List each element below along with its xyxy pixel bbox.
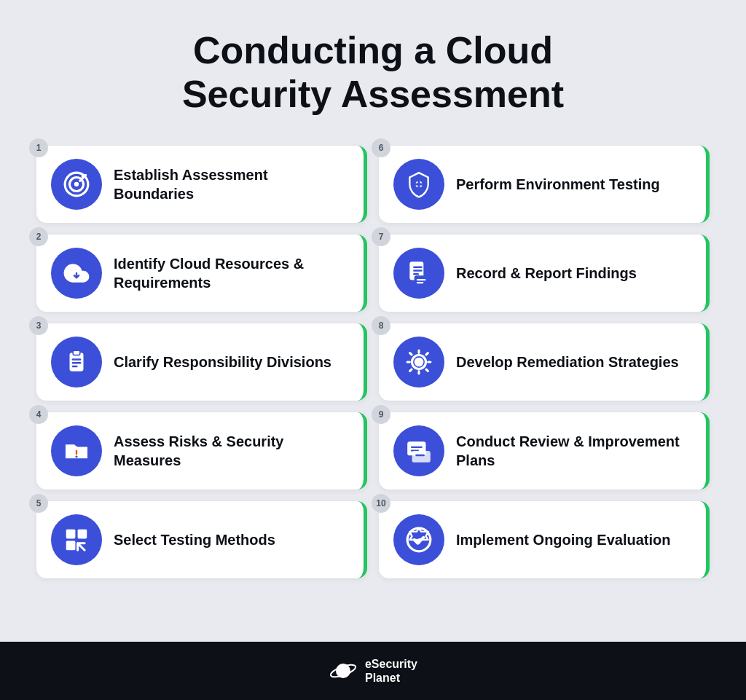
svg-rect-6	[413, 270, 423, 271]
page-title: Conducting a Cloud Security Assessment	[36, 29, 710, 117]
svg-point-18	[75, 455, 77, 457]
step-number-6: 6	[372, 138, 390, 157]
step-card-9: 9 Conduct Review & Improvement Plans	[379, 412, 710, 489]
step-number-5: 5	[29, 494, 48, 513]
step-card-7: 7 Record & Report Findings	[379, 235, 710, 312]
step-card-8: 8 Develop Remediation Strategies	[379, 323, 710, 401]
step-icon-grid-cursor	[51, 514, 102, 565]
step-text-7: Record & Report Findings	[456, 264, 637, 283]
step-number-9: 9	[372, 405, 390, 424]
step-text-8: Develop Remediation Strategies	[456, 353, 679, 371]
svg-point-19	[76, 454, 77, 455]
step-number-7: 7	[372, 227, 390, 246]
svg-rect-9	[417, 279, 426, 280]
step-text-3: Clarify Responsibility Divisions	[114, 353, 331, 371]
step-icon-shield	[393, 159, 444, 210]
step-text-2: Identify Cloud Resources & Requirements	[114, 254, 349, 292]
svg-rect-24	[415, 454, 425, 455]
step-number-10: 10	[372, 494, 390, 513]
svg-rect-23	[412, 451, 431, 463]
step-card-1: 1 Establish Assessment Boundaries	[36, 146, 367, 223]
step-text-9: Conduct Review & Improvement Plans	[456, 432, 691, 470]
step-number-3: 3	[29, 316, 48, 335]
step-icon-chat	[393, 425, 444, 476]
svg-rect-5	[413, 266, 423, 267]
steps-grid: 1 Establish Assessment Boundaries6 Perfo…	[36, 146, 710, 578]
step-number-1: 1	[29, 138, 48, 157]
svg-rect-15	[72, 365, 78, 366]
svg-rect-26	[78, 529, 87, 538]
svg-rect-13	[72, 358, 82, 360]
svg-rect-27	[66, 540, 76, 550]
step-icon-gear	[393, 337, 444, 388]
step-text-10: Implement Ongoing Evaluation	[456, 530, 670, 549]
svg-point-16	[415, 358, 423, 366]
step-icon-cloud	[51, 248, 102, 299]
svg-rect-14	[72, 362, 82, 363]
brand-logo: eSecurity Planet	[329, 656, 417, 685]
step-card-4: 4 Assess Risks & Security Measures	[36, 412, 367, 489]
svg-point-2	[74, 181, 79, 186]
brand-name: eSecurity Planet	[365, 657, 417, 685]
step-icon-folder-warning	[51, 425, 102, 476]
step-card-6: 6 Perform Environment Testing	[379, 146, 710, 223]
step-text-5: Select Testing Methods	[114, 530, 275, 549]
step-icon-target	[51, 159, 102, 210]
step-text-4: Assess Risks & Security Measures	[114, 432, 349, 470]
svg-rect-7	[413, 273, 419, 275]
step-card-2: 2 Identify Cloud Resources & Requirement…	[36, 235, 367, 312]
step-card-5: 5 Select Testing Methods	[36, 501, 367, 578]
step-card-3: 3 Clarify Responsibility Divisions	[36, 323, 367, 401]
planet-icon	[329, 656, 358, 685]
step-icon-badge-check	[393, 514, 444, 565]
step-number-2: 2	[29, 227, 48, 246]
step-card-10: 10 Implement Ongoing Evaluation	[379, 501, 710, 578]
svg-rect-12	[73, 350, 80, 355]
footer: eSecurity Planet	[0, 642, 746, 700]
step-text-1: Establish Assessment Boundaries	[114, 165, 349, 203]
svg-rect-25	[66, 529, 76, 538]
step-icon-clipboard	[51, 337, 102, 388]
svg-rect-10	[417, 281, 424, 283]
step-number-8: 8	[372, 316, 390, 335]
step-number-4: 4	[29, 405, 48, 424]
step-icon-document	[393, 248, 444, 299]
step-text-6: Perform Environment Testing	[456, 175, 660, 194]
svg-rect-21	[411, 446, 423, 447]
